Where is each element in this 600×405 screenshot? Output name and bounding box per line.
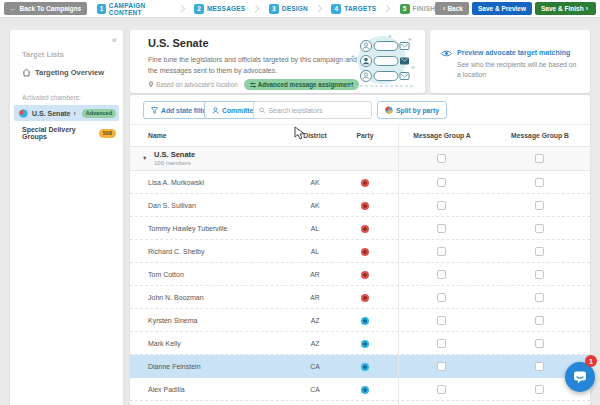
step-finish[interactable]: 5FINISH bbox=[400, 4, 436, 14]
sidebar-title: Target Lists bbox=[22, 50, 64, 59]
step-messages[interactable]: 2MESSAGES bbox=[194, 4, 245, 14]
advanced-badge: Advanced bbox=[82, 109, 116, 118]
legislator-row[interactable]: John W. Hickenlooper CO bbox=[130, 401, 590, 405]
legislator-name: Alex Padilla bbox=[148, 386, 185, 393]
legislator-row[interactable]: Lisa A. Murkowski AK bbox=[130, 171, 590, 194]
back-button[interactable]: ‹ Back bbox=[435, 2, 469, 15]
party-dot-republican bbox=[361, 202, 369, 210]
legislator-name: Lisa A. Murkowski bbox=[148, 179, 204, 186]
legislator-name: Tommy Hawley Tuberville bbox=[148, 225, 227, 232]
message-group-b-checkbox[interactable] bbox=[535, 201, 544, 210]
legislator-rows: Lisa A. Murkowski AK Dan S. Sullivan AK … bbox=[130, 171, 590, 405]
search-legislators-input[interactable] bbox=[268, 107, 366, 114]
column-header-message-group-b[interactable]: Message Group B bbox=[500, 132, 580, 139]
district-cell: AR bbox=[300, 294, 330, 301]
legislator-name: Dan S. Sullivan bbox=[148, 202, 196, 209]
back-to-campaigns-label: Back To Campaigns bbox=[20, 5, 82, 12]
person-icon bbox=[212, 107, 219, 114]
legislator-name: Dianne Feinstein bbox=[148, 363, 201, 370]
split-party-pie-icon bbox=[385, 106, 393, 114]
back-to-campaigns-button[interactable]: ← Back To Campaigns bbox=[4, 2, 87, 15]
group-message-group-b-checkbox[interactable] bbox=[535, 154, 544, 163]
legislator-row[interactable]: Kyrsten Sinema AZ bbox=[130, 309, 590, 332]
targeting-overview-label: Targeting Overview bbox=[35, 68, 104, 77]
search-icon bbox=[259, 107, 265, 114]
message-group-a-checkbox[interactable] bbox=[437, 362, 446, 371]
column-divider bbox=[398, 125, 399, 405]
district-cell: AR bbox=[300, 271, 330, 278]
step-number: 1 bbox=[97, 4, 106, 14]
message-group-a-checkbox[interactable] bbox=[437, 293, 446, 302]
message-group-a-checkbox[interactable] bbox=[437, 201, 446, 210]
message-group-a-checkbox[interactable] bbox=[437, 270, 446, 279]
chevron-right-icon: › bbox=[74, 110, 76, 117]
party-dot-democrat bbox=[361, 363, 369, 371]
legislator-row[interactable]: Richard C. Shelby AL bbox=[130, 240, 590, 263]
page-title: U.S. Senate bbox=[148, 37, 209, 49]
sidebar-item-special-delivery-groups[interactable]: Special Delivery Groups 508 bbox=[14, 125, 119, 141]
column-header-party[interactable]: Party bbox=[352, 132, 378, 139]
sidebar-item-targeting-overview[interactable]: Targeting Overview bbox=[22, 68, 104, 77]
chevron-left-icon: ‹ bbox=[443, 5, 445, 12]
party-dot-republican bbox=[361, 179, 369, 187]
district-cell: AZ bbox=[300, 340, 330, 347]
legislator-row[interactable]: Tommy Hawley Tuberville AL bbox=[130, 217, 590, 240]
message-group-b-checkbox[interactable] bbox=[535, 293, 544, 302]
message-group-b-checkbox[interactable] bbox=[535, 178, 544, 187]
save-preview-label: Save & Preview bbox=[478, 5, 526, 12]
step-targets[interactable]: 4TARGETS bbox=[331, 4, 376, 14]
message-group-b-checkbox[interactable] bbox=[535, 339, 544, 348]
step-number: 5 bbox=[400, 4, 410, 14]
message-group-a-checkbox[interactable] bbox=[437, 339, 446, 348]
chat-bubble-icon bbox=[573, 371, 587, 384]
legislator-row[interactable]: John N. Boozman AR bbox=[130, 286, 590, 309]
back-button-label: Back bbox=[447, 5, 463, 12]
message-group-a-checkbox[interactable] bbox=[437, 224, 446, 233]
wizard-steps: 1CAMPAIGN CONTENT2MESSAGES3DESIGN4TARGET… bbox=[97, 2, 435, 16]
district-cell: CA bbox=[300, 363, 330, 370]
message-group-a-checkbox[interactable] bbox=[437, 178, 446, 187]
district-cell: AZ bbox=[300, 317, 330, 324]
column-header-district[interactable]: District bbox=[300, 132, 330, 139]
expand-triangle-icon[interactable]: ▼ bbox=[142, 155, 147, 161]
message-group-b-checkbox[interactable] bbox=[535, 224, 544, 233]
split-by-party-label: Split by party bbox=[396, 107, 439, 114]
legislator-row[interactable]: Dan S. Sullivan AK bbox=[130, 194, 590, 217]
message-group-b-checkbox[interactable] bbox=[535, 270, 544, 279]
preview-target-matching-link[interactable]: Preview advocate target matching bbox=[457, 49, 570, 56]
sidebar-item-us-senate[interactable]: U.S. Senate › Advanced bbox=[14, 105, 119, 121]
district-cell: CA bbox=[300, 386, 330, 393]
chamber-group-row[interactable]: ▼ U.S. Senate 100 members bbox=[130, 147, 590, 171]
step-campaign-content[interactable]: 1CAMPAIGN CONTENT bbox=[97, 2, 170, 16]
legislator-row[interactable]: Tom Cotton AR bbox=[130, 263, 590, 286]
us-senate-label: U.S. Senate bbox=[32, 110, 71, 117]
message-group-b-checkbox[interactable] bbox=[535, 362, 544, 371]
legislator-row[interactable]: Alex Padilla CA bbox=[130, 378, 590, 401]
committee-label: Committee bbox=[222, 107, 257, 114]
message-group-b-checkbox[interactable] bbox=[535, 247, 544, 256]
message-group-a-checkbox[interactable] bbox=[437, 385, 446, 394]
table-header-row: Name District Party Message Group A Mess… bbox=[130, 125, 590, 147]
group-message-group-a-checkbox[interactable] bbox=[437, 154, 446, 163]
save-and-finish-button[interactable]: Save & Finish › bbox=[535, 2, 596, 15]
step-design[interactable]: 3DESIGN bbox=[269, 4, 308, 14]
split-by-party-button[interactable]: Split by party bbox=[377, 101, 447, 119]
column-header-message-group-a[interactable]: Message Group A bbox=[402, 132, 482, 139]
special-delivery-groups-label: Special Delivery Groups bbox=[22, 126, 99, 140]
search-legislators-field[interactable] bbox=[253, 101, 372, 119]
add-state-filter-label: Add state filter bbox=[161, 107, 209, 114]
message-group-b-checkbox[interactable] bbox=[535, 316, 544, 325]
preview-matching-panel: Preview advocate target matching See who… bbox=[430, 30, 590, 93]
save-and-preview-button[interactable]: Save & Preview bbox=[472, 2, 532, 15]
legislator-row[interactable]: Dianne Feinstein CA bbox=[130, 355, 590, 378]
collapse-sidebar-icon[interactable]: « bbox=[112, 35, 117, 45]
column-header-name[interactable]: Name bbox=[148, 132, 167, 139]
activated-chambers-label: Activated chambers: bbox=[22, 94, 81, 101]
legislator-row[interactable]: Mark Kelly AZ bbox=[130, 332, 590, 355]
message-group-a-checkbox[interactable] bbox=[437, 247, 446, 256]
step-label: FINISH bbox=[413, 5, 436, 12]
message-group-b-checkbox[interactable] bbox=[535, 385, 544, 394]
home-icon bbox=[22, 68, 31, 77]
message-group-a-checkbox[interactable] bbox=[437, 316, 446, 325]
party-pie-icon bbox=[19, 109, 28, 118]
